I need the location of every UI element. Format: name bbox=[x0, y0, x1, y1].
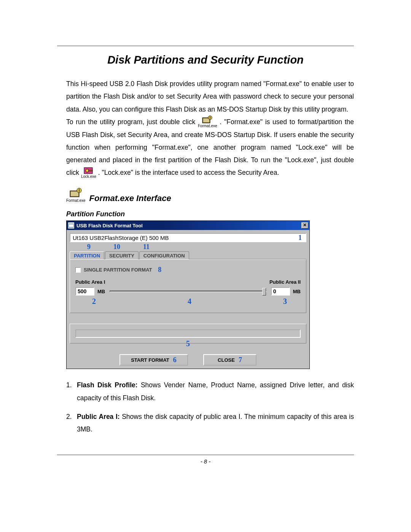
format-tool-dialog: USB Flash Disk Format Tool ✕ Ut163 USB2F… bbox=[66, 220, 310, 369]
callout-9: 9 bbox=[87, 243, 91, 251]
callout-2: 2 bbox=[92, 297, 96, 306]
dialog-titlebar: USB Flash Disk Format Tool ✕ bbox=[67, 221, 309, 230]
dialog-title-icon bbox=[68, 222, 74, 228]
list-1-lead: Flash Disk Profile: bbox=[77, 381, 138, 389]
callout-5: 5 bbox=[186, 339, 190, 348]
dialog-close-button[interactable]: ✕ bbox=[301, 222, 308, 228]
page-title: Disk Partitions and Security Function bbox=[57, 54, 354, 66]
page-number: - 8 - bbox=[201, 458, 211, 465]
lock-exe-icon: Lock.exe bbox=[81, 166, 96, 179]
svg-rect-3 bbox=[210, 117, 210, 119]
public-area-2-input[interactable]: 0 bbox=[271, 287, 290, 296]
public-area-1-label: Public Area I bbox=[75, 279, 105, 285]
callout-6: 6 bbox=[173, 356, 177, 364]
partition-panel: SINGLE PARTITION FORMAT 8 Public Area I … bbox=[70, 259, 306, 313]
format-exe-icon: Format.exe bbox=[198, 115, 217, 128]
svg-rect-1 bbox=[203, 118, 209, 122]
format-exe-label: Format.exe bbox=[198, 124, 217, 128]
single-partition-checkbox[interactable] bbox=[75, 267, 81, 273]
tab-partition[interactable]: PARTITION bbox=[70, 251, 104, 259]
list-2-lead: Public Area I: bbox=[77, 413, 120, 420]
callout-7: 7 bbox=[239, 356, 242, 364]
subsection-title: Partition Function bbox=[66, 210, 354, 218]
unit-mb-2: MB bbox=[293, 289, 301, 294]
callout-3: 3 bbox=[283, 297, 287, 306]
run-text-a: To run the utility program, just double … bbox=[66, 118, 195, 126]
svg-rect-12 bbox=[69, 224, 73, 227]
callout-10: 10 bbox=[113, 243, 120, 251]
list-number-1: 1. bbox=[66, 379, 77, 404]
description-list: 1. Flash Disk Profile: Shows Vender Name… bbox=[66, 379, 354, 436]
close-label: CLOSE bbox=[218, 357, 235, 363]
intro-paragraph-2: To run the utility program, just double … bbox=[66, 116, 354, 180]
list-item: 2. Public Area I: Shows the disk capacit… bbox=[66, 411, 354, 436]
public-area-2-label: Public Area II bbox=[269, 279, 301, 285]
close-button[interactable]: CLOSE 7 bbox=[203, 354, 256, 366]
dialog-title: USB Flash Disk Format Tool bbox=[76, 223, 301, 228]
svg-point-5 bbox=[86, 169, 89, 172]
list-item: 1. Flash Disk Profile: Shows Vender Name… bbox=[66, 379, 354, 404]
partition-slider-thumb[interactable] bbox=[262, 288, 266, 296]
format-exe-label-2: Format.exe bbox=[66, 198, 86, 203]
tab-security[interactable]: SECURITY bbox=[105, 251, 139, 259]
unit-mb-1: MB bbox=[97, 289, 105, 294]
svg-rect-10 bbox=[79, 189, 80, 192]
callout-11: 11 bbox=[143, 243, 150, 251]
start-format-label: START FORMAT bbox=[131, 357, 169, 363]
lock-exe-label: Lock.exe bbox=[81, 174, 96, 179]
callout-1: 1 bbox=[298, 234, 302, 241]
callout-4: 4 bbox=[188, 297, 191, 306]
format-exe-icon-2: Format.exe bbox=[66, 188, 86, 203]
callout-8: 8 bbox=[158, 266, 161, 274]
divider-top bbox=[57, 46, 354, 46]
progress-bar bbox=[75, 329, 301, 338]
start-format-button[interactable]: START FORMAT 6 bbox=[119, 354, 188, 366]
progress-panel: 5 bbox=[70, 324, 306, 343]
tab-strip: PARTITION SECURITY CONFIGURATION bbox=[70, 251, 306, 259]
intro-paragraph-1: This Hi-speed USB 2.0 Flash Disk provide… bbox=[66, 78, 354, 116]
svg-rect-6 bbox=[89, 170, 92, 171]
tab-configuration[interactable]: CONFIGURATION bbox=[139, 251, 189, 259]
partition-slider[interactable] bbox=[110, 291, 266, 292]
flash-disk-profile: Ut163 USB2FlashStorage (E) 500 MB 1 bbox=[70, 233, 306, 242]
run-text-c: . "Lock.exe" is the interface used to ac… bbox=[98, 169, 279, 176]
list-number-2: 2. bbox=[66, 411, 77, 436]
section-subtitle: Format.exe Interface bbox=[89, 193, 171, 203]
profile-text: Ut163 USB2FlashStorage (E) 500 MB bbox=[73, 235, 169, 241]
public-area-1-input[interactable]: 500 bbox=[75, 287, 94, 296]
single-partition-label: SINGLE PARTITION FORMAT bbox=[84, 267, 152, 273]
svg-rect-8 bbox=[71, 192, 78, 196]
callouts-9-10-11: 9 10 11 bbox=[70, 243, 306, 251]
divider-bottom bbox=[57, 455, 354, 455]
